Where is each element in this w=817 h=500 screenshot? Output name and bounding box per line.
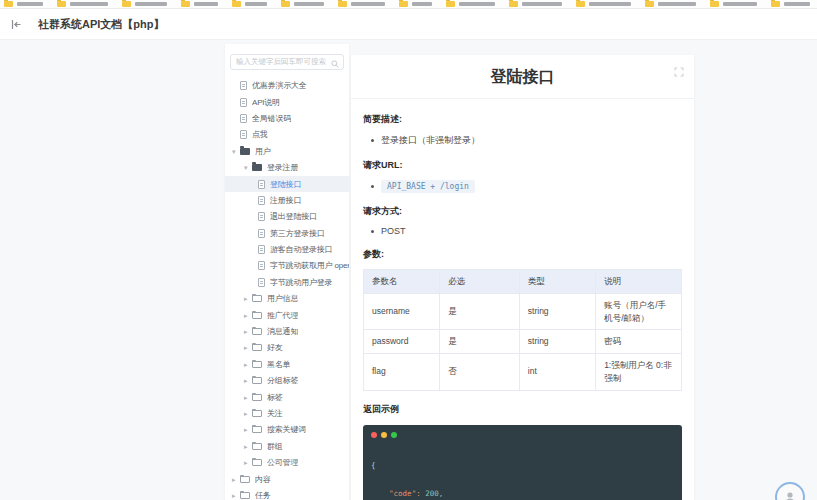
sidebar-item-doc[interactable]: ▸全局错误码 — [225, 110, 349, 126]
table-cell: 是 — [440, 330, 520, 354]
file-icon — [240, 130, 247, 139]
chevron-down-icon: ▾ — [244, 164, 252, 171]
sidebar-folder[interactable]: ▸黑名单 — [225, 356, 349, 372]
fullscreen-icon[interactable] — [674, 63, 684, 81]
folder-icon — [252, 328, 262, 335]
sidebar-folder[interactable]: ▸群组 — [225, 438, 349, 454]
sidebar-folder[interactable]: ▸任务 — [225, 487, 349, 500]
bookmark-item[interactable] — [281, 1, 324, 7]
sidebar-item-doc[interactable]: ▸点我 — [225, 127, 349, 143]
bullet-icon — [371, 230, 374, 233]
chevron-right-icon: ▸ — [244, 295, 252, 302]
table-row: password 是 string 密码 — [364, 330, 682, 354]
column-header: 类型 — [519, 270, 595, 294]
table-header-row: 参数名 必选 类型 说明 — [364, 270, 682, 294]
open-folder-icon — [240, 148, 250, 155]
sidebar-item-doc-selected[interactable]: ▸登陆接口 — [225, 176, 349, 192]
table-cell: flag — [364, 354, 440, 391]
person-icon — [783, 490, 797, 500]
table-cell: password — [364, 330, 440, 354]
sidebar-item-doc[interactable]: ▸字节跳动获取用户 openid — [225, 258, 349, 274]
sidebar-folder[interactable]: ▾登录注册 — [225, 159, 349, 175]
bookmark-label — [589, 2, 631, 6]
table-cell: 否 — [440, 354, 520, 391]
column-header: 必选 — [440, 270, 520, 294]
sidebar-item-label: 任务 — [255, 490, 271, 500]
sidebar-item-label: 用户 — [255, 146, 271, 157]
sidebar-folder[interactable]: ▸搜索关键词 — [225, 422, 349, 438]
chevron-right-icon: ▸ — [244, 361, 252, 368]
sidebar-folder[interactable]: ▸关注 — [225, 405, 349, 421]
bookmark-item[interactable] — [576, 1, 631, 7]
folder-icon — [252, 344, 262, 351]
bookmark-label — [17, 2, 43, 6]
sidebar-folder[interactable]: ▸推广代理 — [225, 307, 349, 323]
sidebar-folder[interactable]: ▸用户信息 — [225, 291, 349, 307]
bookmark-item[interactable] — [509, 1, 562, 7]
bookmark-item[interactable] — [446, 1, 495, 7]
api-url-code: API_BASE + /login — [381, 180, 475, 193]
sidebar-folder[interactable]: ▸好友 — [225, 340, 349, 356]
sidebar-folder[interactable]: ▸内容 — [225, 471, 349, 487]
folder-icon — [771, 1, 780, 7]
sidebar-folder[interactable]: ▸公司管理 — [225, 454, 349, 470]
sidebar-item-doc[interactable]: ▸字节跳动用户登录 — [225, 274, 349, 290]
collapse-sidebar-icon[interactable] — [8, 16, 24, 32]
chevron-right-icon: ▸ — [244, 443, 252, 450]
folder-icon — [57, 1, 66, 7]
table-cell: string — [519, 330, 595, 354]
sidebar-item-doc[interactable]: ▸第三方登录接口 — [225, 225, 349, 241]
bookmark-item[interactable] — [645, 1, 696, 7]
sidebar-item-doc[interactable]: ▸优惠券演示大全 — [225, 78, 349, 94]
sidebar-item-doc[interactable]: ▸API说明 — [225, 94, 349, 110]
table-cell: int — [519, 354, 595, 391]
sidebar-folder[interactable]: ▾用户 — [225, 143, 349, 159]
folder-icon — [4, 1, 13, 7]
bookmark-item[interactable] — [4, 1, 43, 7]
window-dots-icon — [371, 432, 682, 438]
sidebar-item-label: 登录注册 — [267, 162, 298, 173]
sidebar-item-doc[interactable]: ▸退出登陆接口 — [225, 209, 349, 225]
bookmark-item[interactable] — [181, 1, 218, 7]
sidebar-item-doc[interactable]: ▸注册接口 — [225, 192, 349, 208]
sidebar-folder[interactable]: ▸分组标签 — [225, 373, 349, 389]
bookmark-label — [70, 2, 108, 6]
sidebar-item-label: 用户信息 — [267, 293, 298, 304]
folder-icon — [252, 377, 262, 384]
file-icon — [258, 278, 265, 287]
bookmark-item[interactable] — [122, 1, 167, 7]
sidebar-folder[interactable]: ▸消息通知 — [225, 323, 349, 339]
file-icon — [240, 81, 247, 90]
description-text: 登录接口（非强制登录） — [381, 134, 480, 147]
sidebar-item-label: 群组 — [267, 441, 283, 452]
file-icon — [258, 261, 265, 270]
bookmark-item[interactable] — [232, 1, 267, 7]
bookmark-label — [135, 2, 167, 6]
bookmark-item[interactable] — [57, 1, 108, 7]
bookmark-label — [784, 2, 810, 6]
doc-header: 社群系统API文档【php】 — [0, 9, 817, 40]
sidebar-item-label: 字节跳动获取用户 openid — [270, 260, 349, 271]
folder-icon — [509, 1, 518, 7]
chevron-right-icon: ▸ — [244, 410, 252, 417]
folder-icon — [122, 1, 131, 7]
folder-icon — [399, 1, 408, 7]
sidebar-folder[interactable]: ▸标签 — [225, 389, 349, 405]
sidebar-item-label: 第三方登录接口 — [270, 228, 325, 239]
section-label-response-example: 返回示例 — [363, 403, 682, 416]
folder-icon — [240, 476, 250, 483]
bookmark-item[interactable] — [710, 1, 757, 7]
sidebar-item-label: 好友 — [267, 342, 283, 353]
bookmark-item[interactable] — [338, 1, 385, 7]
code-sample-block: { "code": 200, "msg": "success", "data":… — [363, 425, 682, 500]
sidebar-item-label: 全局错误码 — [252, 113, 291, 124]
file-icon — [240, 114, 247, 123]
sidebar-item-doc[interactable]: ▸游客自动登录接口 — [225, 241, 349, 257]
bookmark-item[interactable] — [399, 1, 432, 7]
chevron-right-icon: ▸ — [232, 492, 240, 499]
chevron-right-icon: ▸ — [244, 377, 252, 384]
bookmark-item[interactable] — [771, 1, 810, 7]
sidebar-item-label: 分组标签 — [267, 375, 298, 386]
folder-icon — [710, 1, 719, 7]
search-input[interactable] — [230, 54, 344, 70]
